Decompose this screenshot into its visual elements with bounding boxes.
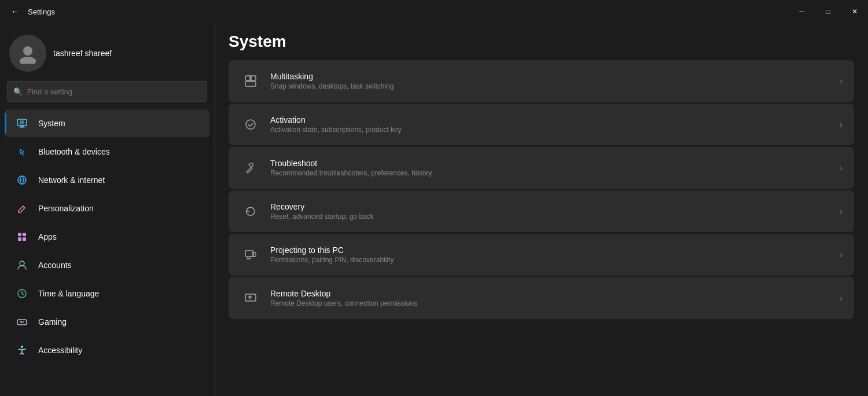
svg-rect-22 xyxy=(252,252,256,256)
search-input[interactable] xyxy=(27,87,201,96)
avatar xyxy=(9,35,46,72)
close-button[interactable]: ✕ xyxy=(841,0,868,23)
svg-rect-8 xyxy=(23,233,26,236)
sidebar: tashreef shareef 🔍 System Bluetooth & de… xyxy=(0,23,214,396)
settings-item-multitasking[interactable]: Multitasking Snap windows, desktops, tas… xyxy=(229,60,854,102)
recovery-arrow: › xyxy=(840,207,843,216)
settings-item-activation[interactable]: Activation Activation state, subscriptio… xyxy=(229,104,854,145)
sidebar-item-network[interactable]: Network & internet xyxy=(5,166,209,194)
svg-point-1 xyxy=(20,57,36,64)
svg-rect-7 xyxy=(18,233,21,236)
bluetooth-icon xyxy=(14,144,30,160)
time-icon xyxy=(14,285,30,302)
multitasking-text: Multitasking Snap windows, desktops, tas… xyxy=(270,72,840,90)
settings-list: Multitasking Snap windows, desktops, tas… xyxy=(229,60,854,319)
settings-item-recovery[interactable]: Recovery Reset, advanced startup, go bac… xyxy=(229,190,854,232)
troubleshoot-desc: Recommended troubleshooters, preferences… xyxy=(270,169,840,177)
remote-desktop-title: Remote Desktop xyxy=(270,289,840,298)
recovery-icon xyxy=(240,201,261,222)
recovery-text: Recovery Reset, advanced startup, go bac… xyxy=(270,202,840,221)
sidebar-item-accessibility[interactable]: Accessibility xyxy=(5,336,209,364)
svg-rect-9 xyxy=(18,237,21,241)
multitasking-title: Multitasking xyxy=(270,72,840,81)
sidebar-item-label-system: System xyxy=(38,119,65,128)
sidebar-item-label-bluetooth: Bluetooth & devices xyxy=(38,147,110,156)
svg-point-15 xyxy=(23,322,24,323)
svg-rect-3 xyxy=(20,120,24,124)
system-icon xyxy=(14,115,30,131)
sidebar-item-label-gaming: Gaming xyxy=(38,317,67,327)
multitasking-desc: Snap windows, desktops, task switching xyxy=(270,82,840,90)
troubleshoot-icon xyxy=(240,157,261,178)
nav-list: System Bluetooth & devices Network & int… xyxy=(0,109,214,365)
personalization-icon xyxy=(14,200,30,217)
svg-point-20 xyxy=(246,120,255,129)
sidebar-item-apps[interactable]: Apps xyxy=(5,223,209,251)
app-title: Settings xyxy=(28,8,55,16)
back-button[interactable]: ← xyxy=(7,3,23,20)
search-box[interactable]: 🔍 xyxy=(7,81,207,102)
troubleshoot-arrow: › xyxy=(840,163,843,173)
svg-point-11 xyxy=(20,261,24,266)
maximize-button[interactable]: □ xyxy=(815,0,841,23)
search-icon: 🔍 xyxy=(13,87,23,96)
projecting-text: Projecting to this PC Permissions, pairi… xyxy=(270,245,840,264)
gaming-icon xyxy=(14,314,30,330)
username: tashreef shareef xyxy=(53,49,112,58)
svg-point-14 xyxy=(23,321,24,322)
multitasking-arrow: › xyxy=(840,76,843,86)
sidebar-item-label-time: Time & language xyxy=(38,289,99,298)
sidebar-item-time[interactable]: Time & language xyxy=(5,280,209,307)
sidebar-item-gaming[interactable]: Gaming xyxy=(5,308,209,336)
svg-point-0 xyxy=(23,46,32,56)
remote-desktop-arrow: › xyxy=(840,294,843,303)
search-container: 🔍 xyxy=(0,81,214,109)
minimize-button[interactable]: ─ xyxy=(788,0,815,23)
content-area: System Multitasking Snap windows, deskto… xyxy=(215,23,868,396)
page-title: System xyxy=(229,23,854,60)
svg-point-16 xyxy=(21,346,23,348)
svg-rect-23 xyxy=(245,294,256,301)
projecting-icon xyxy=(240,244,261,265)
recovery-title: Recovery xyxy=(270,202,840,211)
activation-desc: Activation state, subscriptions, product… xyxy=(270,126,840,134)
back-icon: ← xyxy=(11,7,19,16)
main-layout: tashreef shareef 🔍 System Bluetooth & de… xyxy=(0,23,868,396)
network-icon xyxy=(14,172,30,188)
projecting-arrow: › xyxy=(840,250,843,259)
accounts-icon xyxy=(14,257,30,273)
sidebar-item-system[interactable]: System xyxy=(5,109,209,137)
sidebar-item-label-network: Network & internet xyxy=(38,175,105,185)
remote-desktop-desc: Remote Desktop users, connection permiss… xyxy=(270,299,840,307)
apps-icon xyxy=(14,229,30,245)
activation-title: Activation xyxy=(270,115,840,124)
projecting-title: Projecting to this PC xyxy=(270,245,840,255)
sidebar-item-label-accessibility: Accessibility xyxy=(38,346,82,355)
user-profile[interactable]: tashreef shareef xyxy=(0,23,214,81)
activation-text: Activation Activation state, subscriptio… xyxy=(270,115,840,134)
sidebar-item-bluetooth[interactable]: Bluetooth & devices xyxy=(5,138,209,166)
svg-rect-5 xyxy=(19,127,25,128)
settings-item-projecting[interactable]: Projecting to this PC Permissions, pairi… xyxy=(229,234,854,276)
sidebar-item-personalization[interactable]: Personalization xyxy=(5,195,209,222)
projecting-desc: Permissions, pairing PIN, discoverabilit… xyxy=(270,256,840,264)
troubleshoot-title: Troubleshoot xyxy=(270,159,840,168)
sidebar-item-label-apps: Apps xyxy=(38,232,57,241)
window-controls: ─ □ ✕ xyxy=(788,0,868,23)
troubleshoot-text: Troubleshoot Recommended troubleshooters… xyxy=(270,159,840,177)
settings-item-remote-desktop[interactable]: Remote Desktop Remote Desktop users, con… xyxy=(229,277,854,319)
titlebar: ← Settings ─ □ ✕ xyxy=(0,0,868,23)
remote-desktop-icon xyxy=(240,288,261,309)
sidebar-item-accounts[interactable]: Accounts xyxy=(5,251,209,279)
svg-rect-10 xyxy=(23,237,26,241)
accessibility-icon xyxy=(14,342,30,358)
sidebar-item-label-accounts: Accounts xyxy=(38,261,72,270)
remote-desktop-text: Remote Desktop Remote Desktop users, con… xyxy=(270,289,840,307)
multitasking-icon xyxy=(240,71,261,91)
sidebar-item-label-personalization: Personalization xyxy=(38,204,94,213)
recovery-desc: Reset, advanced startup, go back xyxy=(270,212,840,221)
settings-item-troubleshoot[interactable]: Troubleshoot Recommended troubleshooters… xyxy=(229,147,854,189)
activation-icon xyxy=(240,114,261,135)
svg-rect-4 xyxy=(20,126,24,127)
svg-rect-19 xyxy=(245,82,256,86)
